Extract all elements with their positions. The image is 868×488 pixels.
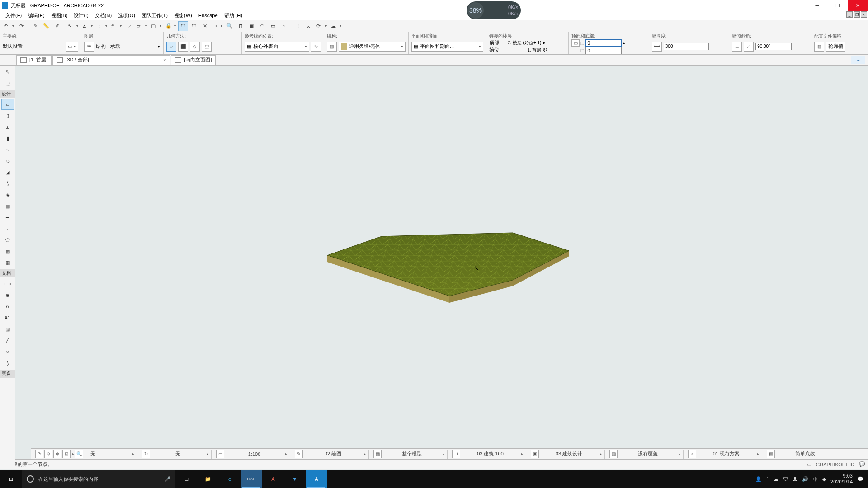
- palette-section-more[interactable]: 更多: [0, 370, 15, 378]
- tab-3d[interactable]: [3D / 全部] ×: [52, 55, 170, 65]
- monitor-icon[interactable]: ▭: [807, 461, 811, 467]
- window-tool[interactable]: ⊞: [1, 122, 14, 132]
- text-tool[interactable]: A: [1, 301, 14, 312]
- zoom-refresh-icon[interactable]: ⟳: [35, 450, 43, 458]
- grid-snap-button[interactable]: #: [109, 21, 123, 31]
- surface-button[interactable]: ▱: [135, 21, 148, 31]
- mesh-terrain-object[interactable]: [323, 228, 571, 310]
- maximize-button[interactable]: ☐: [827, 0, 848, 11]
- graphisoft-id[interactable]: GRAPHISOFT ID: [816, 462, 854, 467]
- top-offset-input[interactable]: [585, 39, 622, 47]
- wall-tool[interactable]: ▱: [1, 99, 14, 110]
- menu-teamwork[interactable]: 团队工作(T): [139, 11, 170, 20]
- plan-select[interactable]: ▤平面图和剖面...▸: [411, 42, 484, 52]
- undo-button[interactable]: ↶: [2, 21, 15, 31]
- redo-button[interactable]: ↷: [16, 21, 26, 31]
- link-button[interactable]: ∞: [304, 21, 314, 31]
- geo-method-1[interactable]: ▱: [166, 42, 176, 52]
- struct-type-icon[interactable]: ▥: [327, 42, 337, 52]
- action-center-icon[interactable]: 💬: [857, 476, 863, 482]
- partial-display-select[interactable]: ▦整个模型▸: [371, 450, 448, 459]
- start-button[interactable]: ⊞: [0, 470, 22, 488]
- tray-chevron-icon[interactable]: ˄: [766, 476, 769, 482]
- arc-button[interactable]: ◠: [257, 21, 267, 31]
- curtain-wall-tool[interactable]: ▤: [1, 201, 14, 211]
- view-button[interactable]: ▢: [149, 21, 163, 31]
- archicad-button[interactable]: A: [306, 470, 327, 488]
- task-view-button[interactable]: ⊟: [175, 470, 197, 488]
- measure-button[interactable]: 📏: [41, 21, 51, 31]
- connect-button[interactable]: ⊹: [293, 21, 303, 31]
- menu-window[interactable]: 视窗(W): [171, 11, 195, 20]
- shield-icon[interactable]: 🛡: [783, 476, 788, 482]
- layer-dropdown-icon[interactable]: ▸: [158, 43, 160, 49]
- level-tool[interactable]: ⊕: [1, 290, 14, 300]
- menu-help[interactable]: 帮助 (H): [222, 11, 245, 20]
- orientation-select[interactable]: 无▸: [88, 450, 137, 459]
- menu-document[interactable]: 文档(N): [92, 11, 114, 20]
- tab-elevation[interactable]: [南向立面图]: [171, 55, 216, 65]
- clock[interactable]: 9:03 2020/1/14: [830, 473, 853, 485]
- label-tool[interactable]: A1: [1, 312, 14, 323]
- profile-select[interactable]: ▭▸: [66, 42, 78, 52]
- bottom-offset-input[interactable]: [585, 47, 622, 54]
- geo-method-2[interactable]: ⬛: [178, 42, 188, 52]
- renovation-select[interactable]: ⟐01 现有方案▸: [685, 450, 762, 459]
- stair-tool[interactable]: ☰: [1, 212, 14, 223]
- performance-widget[interactable]: 38% 0K/s 0K/s: [467, 1, 521, 19]
- taskbar-search[interactable]: 在这里输入你要搜索的内容 🎤: [22, 470, 175, 488]
- mesh-tool[interactable]: ▦: [1, 257, 14, 268]
- guide-line-button[interactable]: ∡: [80, 21, 94, 31]
- mic-icon[interactable]: 🎤: [165, 476, 171, 482]
- refline-select[interactable]: ▦核心外表面▸: [245, 42, 309, 52]
- slant-input[interactable]: [755, 43, 792, 50]
- app-v-button[interactable]: ▼: [284, 470, 306, 488]
- palette-section-design[interactable]: 设计: [0, 90, 15, 98]
- base-value[interactable]: 1. 首层: [502, 47, 541, 53]
- layer-combo-select[interactable]: ▣03 建筑设计▸: [528, 450, 605, 459]
- geo-method-3[interactable]: ◇: [190, 42, 200, 52]
- pen-set-select[interactable]: ✎02 绘图▸: [292, 450, 369, 459]
- sync-button[interactable]: ⟳: [315, 21, 328, 31]
- explorer-button[interactable]: 📁: [197, 470, 219, 488]
- offset-arrow-icon[interactable]: ▸: [623, 40, 625, 46]
- menu-options[interactable]: 选项(O): [115, 11, 138, 20]
- beam-tool[interactable]: ⟍: [1, 144, 14, 155]
- snap-point-button[interactable]: ⋮: [95, 21, 108, 31]
- onedrive-icon[interactable]: ☁: [774, 476, 778, 482]
- ime-indicator[interactable]: 中: [813, 476, 818, 483]
- geo-method-4[interactable]: ⬚: [202, 42, 212, 52]
- fill-tool[interactable]: ▨: [1, 324, 14, 334]
- base-link-icon[interactable]: ⛓: [543, 47, 548, 53]
- menu-design[interactable]: 设计(I): [71, 11, 91, 20]
- ruler-button[interactable]: ⟷: [214, 21, 224, 31]
- roof-tool[interactable]: ◢: [1, 167, 14, 178]
- structure-select[interactable]: 通用类墙/壳体▸: [339, 42, 406, 52]
- slanted-icon[interactable]: ⟋: [744, 42, 754, 52]
- volume-icon[interactable]: 🔊: [802, 476, 808, 482]
- zoom-in-icon[interactable]: ⊕: [53, 450, 61, 458]
- line-tool[interactable]: ╱: [1, 335, 14, 346]
- menu-enscape[interactable]: Enscape: [196, 12, 221, 19]
- scale-select[interactable]: ▭1:100▸: [213, 450, 290, 459]
- slab-tool[interactable]: ◇: [1, 155, 14, 166]
- layer-value[interactable]: 结构 - 承载: [96, 43, 120, 50]
- menu-view[interactable]: 视图(B): [48, 11, 71, 20]
- palette-section-document[interactable]: 文档: [0, 269, 15, 277]
- 3d-style-select[interactable]: ▧简单底纹: [764, 450, 836, 459]
- shell-tool[interactable]: ⟆: [1, 178, 14, 189]
- mdi-minimize[interactable]: _: [846, 11, 853, 18]
- tray-app-icon[interactable]: ◆: [822, 476, 826, 482]
- marquee-tool[interactable]: ⬚: [1, 78, 14, 89]
- eye-icon[interactable]: 👁: [84, 42, 94, 52]
- flip-button[interactable]: ⇆: [311, 42, 321, 52]
- network-icon[interactable]: 🖧: [793, 476, 797, 482]
- profile-icon[interactable]: ▭: [571, 39, 580, 47]
- trace-button[interactable]: ⬚: [178, 21, 188, 31]
- zoom-fit-icon[interactable]: ⊡: [62, 450, 71, 458]
- tab-floor-plan[interactable]: [1. 首层]: [16, 55, 52, 65]
- arc-tool[interactable]: ⟆: [1, 357, 14, 368]
- mdi-close[interactable]: ×: [861, 11, 867, 18]
- minimize-button[interactable]: ─: [807, 0, 827, 11]
- cad-app-button[interactable]: CAD: [241, 470, 262, 488]
